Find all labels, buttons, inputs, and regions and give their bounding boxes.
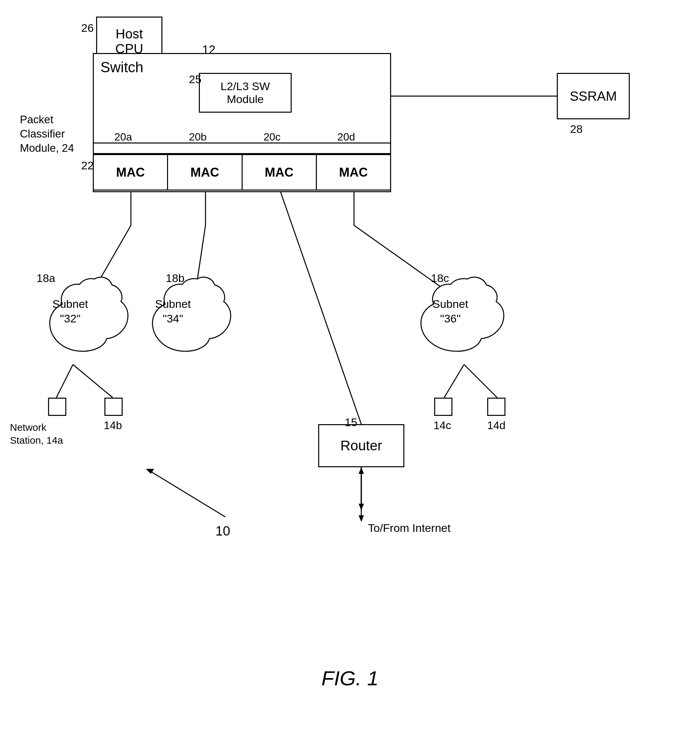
mac-cell-2: MAC	[168, 155, 242, 189]
l2l3-label: L2/L3 SW Module	[221, 80, 270, 106]
diagram: Host CPU 26 Switch 12 L2/L3 SW Module 25…	[0, 0, 700, 733]
pcm-label: Packet Classifier Module, 24	[20, 113, 74, 156]
station-14a-label: NetworkStation, 14a	[10, 421, 63, 447]
svg-line-27	[149, 470, 225, 517]
svg-line-17	[56, 364, 73, 398]
port-ref-20c: 20c	[263, 131, 281, 143]
mac-cell-1: MAC	[94, 155, 168, 189]
port-ref-20d: 20d	[337, 131, 355, 143]
svg-marker-20	[359, 504, 364, 510]
mac-cell-3: MAC	[243, 155, 317, 189]
ref-18a: 18a	[37, 272, 55, 285]
subnet-36-label: Subnet"36"	[432, 297, 468, 326]
svg-line-18	[73, 364, 113, 398]
l2l3-module-box: L2/L3 SW Module	[199, 73, 292, 113]
mac-row: MAC MAC MAC MAC	[93, 154, 391, 191]
figure-caption: FIG. 1	[322, 666, 378, 690]
ref-26: 26	[81, 22, 94, 34]
station-14a	[48, 398, 66, 416]
router-box: Router	[318, 424, 404, 467]
switch-label: Switch	[100, 59, 144, 76]
ref-12: 12	[202, 43, 215, 57]
port-ref-20b: 20b	[189, 131, 206, 143]
ref-14c: 14c	[434, 419, 451, 432]
ref-14d: 14d	[487, 419, 506, 432]
port-ref-20a: 20a	[114, 131, 132, 143]
subnet-34-label: Subnet"34"	[155, 297, 191, 326]
ref-22: 22	[81, 159, 94, 172]
svg-marker-23	[359, 515, 364, 522]
subnet-32-label: Subnet"32"	[52, 297, 88, 326]
station-14c	[434, 398, 452, 416]
station-14d	[487, 398, 506, 416]
ssram-label: SSRAM	[570, 89, 617, 104]
svg-line-14	[280, 191, 361, 424]
router-label: Router	[340, 438, 382, 454]
svg-line-25	[444, 364, 464, 398]
ref-18b: 18b	[166, 272, 185, 285]
svg-line-26	[464, 364, 497, 398]
host-cpu-label: Host CPU	[115, 26, 143, 56]
ref-14b: 14b	[104, 419, 122, 432]
mac-cell-4: MAC	[317, 155, 390, 189]
pcm-bar	[93, 142, 391, 154]
internet-label: To/From Internet	[368, 520, 450, 536]
ssram-box: SSRAM	[557, 73, 630, 119]
ref-15: 15	[345, 416, 357, 429]
station-14b	[104, 398, 123, 416]
svg-marker-24	[359, 467, 364, 474]
ref-18c: 18c	[431, 272, 449, 285]
ref-28: 28	[570, 123, 583, 135]
svg-marker-28	[146, 469, 154, 474]
ref-25: 25	[189, 73, 201, 86]
diagram-ref-10: 10	[215, 524, 230, 539]
